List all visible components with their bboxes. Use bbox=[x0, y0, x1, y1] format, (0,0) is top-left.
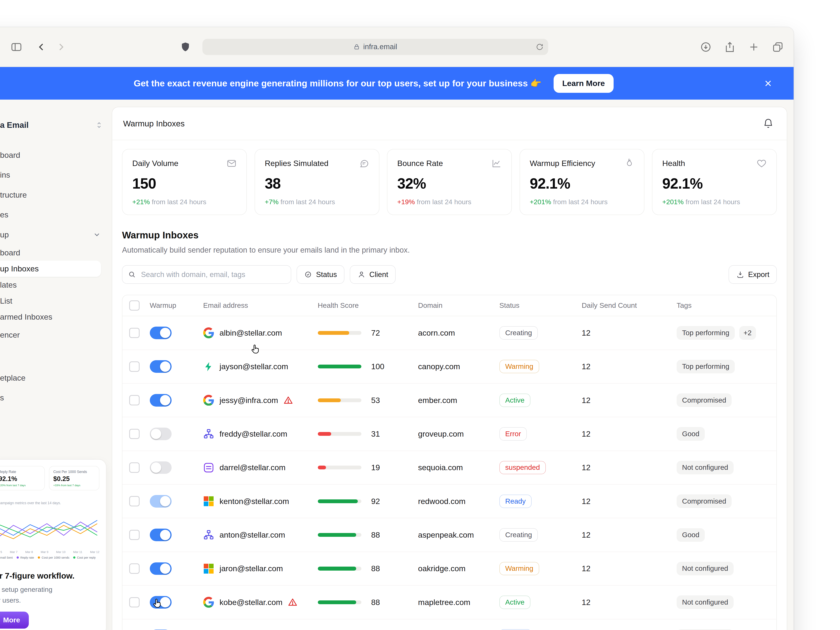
status-badge: suspended bbox=[499, 461, 546, 474]
back-icon[interactable] bbox=[35, 41, 47, 53]
row-checkbox[interactable] bbox=[129, 463, 140, 473]
warning-icon bbox=[284, 396, 293, 405]
sidebar-item[interactable]: lates bbox=[0, 277, 101, 293]
shield-icon[interactable] bbox=[179, 41, 191, 53]
sidebar-item[interactable]: ins bbox=[0, 165, 101, 185]
warmup-toggle[interactable] bbox=[150, 529, 172, 541]
table-row: kenton@stellar.com 92 redwood.com Ready … bbox=[122, 484, 777, 518]
url-bar[interactable]: infra.email bbox=[202, 39, 548, 55]
workspace-chevrons-icon bbox=[95, 121, 103, 129]
stat-card-daily-volume: Daily Volume 150 +21% from last 24 hours bbox=[122, 149, 247, 215]
tag-pill: Compromised bbox=[677, 494, 732, 508]
email-address: darrel@stellar.com bbox=[219, 463, 286, 472]
row-checkbox[interactable] bbox=[129, 328, 140, 338]
email-address: jaron@stellar.com bbox=[219, 564, 283, 573]
person-icon bbox=[357, 270, 366, 279]
promo-banner: Get the exact revenue engine generating … bbox=[0, 67, 794, 100]
section-title: Warmup Inboxes bbox=[122, 230, 777, 241]
column-header-email[interactable]: Email address bbox=[199, 302, 318, 309]
select-all-checkbox[interactable] bbox=[129, 300, 140, 311]
sidebar-item[interactable]: s bbox=[0, 388, 101, 408]
chevron-down-icon bbox=[93, 231, 101, 239]
column-header-status[interactable]: Status bbox=[499, 302, 582, 309]
row-checkbox[interactable] bbox=[129, 362, 140, 372]
sidebar-toggle-icon[interactable] bbox=[10, 41, 22, 53]
provider-icon-microsoft bbox=[203, 563, 214, 574]
provider-icon-microsoft bbox=[203, 496, 214, 507]
tabs-overview-icon[interactable] bbox=[772, 41, 784, 53]
promo-more-button[interactable]: More bbox=[0, 612, 29, 628]
status-badge: Active bbox=[499, 393, 531, 407]
forward-icon[interactable] bbox=[55, 41, 67, 53]
stat-card-warmup-efficiency: Warmup Efficiency 92.1% +201% from last … bbox=[519, 149, 644, 215]
browser-window: infra.email Get the exact revenue engine… bbox=[0, 27, 794, 630]
new-tab-icon[interactable] bbox=[748, 41, 760, 53]
search-field bbox=[122, 265, 291, 284]
warmup-toggle[interactable] bbox=[150, 461, 172, 474]
sidebar-item[interactable]: encer bbox=[0, 325, 101, 345]
column-header-tags[interactable]: Tags bbox=[677, 302, 777, 309]
sidebar-item[interactable]: etplace bbox=[0, 368, 101, 388]
mini-chart-legend: Email SentReply rateCost per 1000 sendsC… bbox=[0, 556, 99, 559]
column-header-health[interactable]: Health Score bbox=[318, 302, 418, 309]
health-score: 92 bbox=[371, 497, 380, 506]
tag-pill: Top performing bbox=[677, 326, 735, 339]
promo-mini-subtitle: ur campaign metrics over the last 14 day… bbox=[0, 501, 99, 505]
sidebar-item[interactable]: board bbox=[0, 145, 101, 165]
tags: Top performing bbox=[677, 360, 777, 373]
main-area: Warmup Inboxes Daily Volume 150 +21% fro… bbox=[112, 99, 794, 630]
column-header-warmup[interactable]: Warmup bbox=[147, 302, 199, 309]
health-score: 72 bbox=[371, 328, 380, 337]
provider-icon-purple bbox=[203, 462, 214, 473]
warmup-toggle[interactable] bbox=[150, 596, 172, 609]
column-header-domain[interactable]: Domain bbox=[418, 302, 499, 309]
email-address: jayson@stellar.com bbox=[219, 362, 288, 371]
sidebar-item[interactable]: es bbox=[0, 205, 101, 225]
tag-pill: Good bbox=[677, 528, 705, 542]
mini-chart bbox=[0, 507, 99, 548]
search-input[interactable] bbox=[122, 265, 291, 284]
status-filter-button[interactable]: Status bbox=[297, 265, 344, 284]
warmup-toggle[interactable] bbox=[150, 327, 172, 339]
row-checkbox[interactable] bbox=[129, 564, 140, 574]
refresh-icon[interactable] bbox=[535, 43, 544, 51]
warmup-toggle[interactable] bbox=[150, 360, 172, 373]
sidebar-item[interactable]: up bbox=[0, 224, 101, 245]
column-header-count[interactable]: Daily Send Count bbox=[582, 302, 677, 309]
warmup-toggle[interactable] bbox=[150, 394, 172, 407]
notifications-bell-icon[interactable] bbox=[763, 118, 774, 129]
health-score: 88 bbox=[371, 531, 380, 539]
browser-toolbar: infra.email bbox=[0, 27, 794, 67]
table-row: freddy@stellar.com 31 groveup.com Error … bbox=[122, 417, 777, 450]
warmup-toggle[interactable] bbox=[150, 495, 172, 508]
domain: redwood.com bbox=[418, 497, 499, 506]
sidebar-item[interactable]: up Inboxes bbox=[0, 261, 101, 276]
row-checkbox[interactable] bbox=[129, 597, 140, 608]
status-badge: Ready bbox=[499, 629, 532, 630]
banner-close-icon[interactable] bbox=[763, 78, 773, 88]
sidebar-item[interactable]: board bbox=[0, 245, 101, 261]
sidebar-item[interactable]: List bbox=[0, 293, 101, 309]
sidebar-promo-card: Reply Rate92.1%+20% from last 7 daysCost… bbox=[0, 459, 106, 630]
status-badge: Error bbox=[499, 427, 527, 441]
banner-learn-more-button[interactable]: Learn More bbox=[554, 74, 614, 93]
sidebar-item[interactable]: tructure bbox=[0, 185, 101, 205]
share-icon[interactable] bbox=[724, 41, 736, 53]
client-filter-button[interactable]: Client bbox=[350, 265, 396, 284]
row-checkbox[interactable] bbox=[129, 395, 140, 406]
tag-pill: Not configured bbox=[677, 461, 734, 474]
workspace-switcher[interactable]: a Email bbox=[0, 120, 103, 130]
row-checkbox[interactable] bbox=[129, 496, 140, 507]
warmup-toggle[interactable] bbox=[150, 562, 172, 575]
status-badge: Warming bbox=[499, 562, 539, 575]
health-bar bbox=[318, 365, 362, 368]
warmup-toggle[interactable] bbox=[150, 428, 172, 440]
provider-icon-google bbox=[203, 395, 214, 406]
badge-check-icon bbox=[304, 270, 312, 279]
export-button[interactable]: Export bbox=[729, 265, 777, 284]
row-checkbox[interactable] bbox=[129, 429, 140, 439]
sidebar-item[interactable]: armed Inboxes bbox=[0, 309, 101, 325]
row-checkbox[interactable] bbox=[129, 530, 140, 540]
downloads-icon[interactable] bbox=[700, 41, 712, 53]
tag-more-pill[interactable]: +2 bbox=[739, 326, 756, 339]
